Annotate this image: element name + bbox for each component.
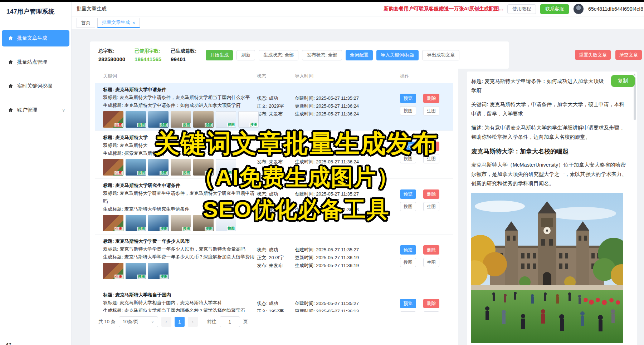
search-image-button[interactable]: 搜图 (400, 154, 416, 163)
article-rows: 标题: 麦克马斯特大学申请条件 双标题: 麦克马斯特大学申请条件，麦克马斯特大学… (90, 83, 458, 312)
article-thumbnail[interactable]: 搜图 (216, 111, 236, 128)
delete-button[interactable]: 删除 (423, 189, 439, 199)
article-row[interactable]: 标题: 麦克马斯特大学研究生申请条件 双标题: 麦克马斯特大学研究生申请条件，麦… (95, 179, 453, 235)
article-thumbnail[interactable]: 生图 (103, 159, 123, 176)
article-thumbnail[interactable]: 搜图 (171, 159, 191, 176)
preview-button[interactable]: 预览 (400, 94, 416, 103)
generate-image-button[interactable]: 生图 (423, 154, 439, 163)
article-thumbnail[interactable]: 搜图 (193, 215, 214, 231)
article-row[interactable]: 标题: 麦克马斯特大学 双标题: 麦克马斯特大 生成标题: 探索麦克马斯特大学 … (95, 131, 453, 179)
tutorial-button[interactable]: 使用教程 (507, 4, 536, 14)
user-id: 65e4811dfb644f690f4cf8 (588, 6, 643, 12)
clear-articles-button[interactable]: 清空文章 (615, 50, 642, 60)
goto-page-input[interactable] (220, 316, 240, 327)
article-thumbnail[interactable]: 搜图 (126, 111, 146, 128)
col-header-actions: 操作 (395, 73, 409, 79)
article-thumbnail[interactable]: 搜图 (193, 111, 214, 128)
article-thumbnail[interactable]: 生图 (103, 111, 123, 128)
article-row[interactable]: 标题: 麦克马斯特大学学费一年多少人民币 双标题: 麦克马斯特大学学费一年多少人… (95, 235, 453, 288)
current-page-button[interactable]: 1 (175, 317, 185, 327)
delete-button[interactable]: 删除 (423, 94, 439, 103)
tab-batch-article[interactable]: 批量文章生成 × (97, 18, 140, 28)
import-keywords-button[interactable]: 导入关键词/标题 (376, 50, 419, 60)
article-list-card: 总字数: 282580000 已使用字数: 186441565 已生成篇数: 9… (90, 41, 458, 345)
search-image-button[interactable]: 搜图 (400, 311, 416, 312)
thumb-strip: 生图搜图搜图搜图搜图搜图 (103, 159, 236, 176)
article-thumbnail[interactable]: 搜图 (216, 159, 236, 176)
article-title: 标题: 麦克马斯特大学申请条件 (103, 86, 257, 94)
table-header: 关键词 状态 导入时间 操作 (95, 69, 453, 83)
publish-status-select[interactable]: 发布状态: 全部 (302, 50, 342, 60)
article-thumbnail[interactable]: 搜图 (216, 215, 236, 231)
reset-failed-button[interactable]: 重置失败文章 (575, 50, 611, 60)
article-row[interactable]: 标题: 麦克马斯特大学相当于国内 双标题: 麦克马斯特大学相当于国内，麦克马斯特… (95, 288, 453, 312)
sidebar-item-keyword-mining[interactable]: 实时关键词挖掘 (2, 78, 69, 94)
article-generated-title: 生成标题: 麦克马斯特大学申请条件：如何成功进入加拿大顶级学府 (103, 102, 257, 109)
article-thumbnail[interactable]: 搜图 (171, 215, 191, 231)
app-title: 147用户管理系统 (0, 2, 71, 16)
delete-button[interactable]: 删除 (423, 245, 439, 255)
per-page-select[interactable]: 10条/页 ∨ (119, 316, 158, 327)
avatar[interactable] (573, 4, 584, 14)
delete-button[interactable]: 删除 (423, 299, 439, 308)
search-image-button[interactable]: 搜图 (400, 106, 416, 115)
thumbnail-badge: 搜图 (160, 275, 168, 279)
col-header-status: 状态 (257, 73, 293, 79)
promo-notice[interactable]: 新购套餐用户可联系客服赠送一万张AI原创生成配图... (384, 6, 503, 12)
generate-image-button[interactable]: 生图 (423, 106, 439, 115)
article-thumbnail[interactable]: 生图 (103, 215, 123, 231)
clipped-text: 47 (6, 342, 11, 345)
time-cell: 创建时间: 2025-05-27 11:35:27 生成时间: 2025-05-… (293, 190, 395, 234)
search-image-button[interactable]: 搜图 (400, 258, 416, 267)
thumb-strip: 生图搜图搜图搜图搜图搜图搜图 (103, 111, 259, 128)
sidebar-item-account[interactable]: 账户管理 ∨ (2, 102, 69, 118)
prev-page-button[interactable]: ‹ (161, 317, 171, 327)
sidebar: 147用户管理系统 批量文章生成 批量站点管理 实时关键词挖掘 账户管理 ∨ 4… (0, 2, 72, 345)
sidebar-item-batch-site[interactable]: 批量站点管理 (2, 54, 69, 70)
generate-status-select[interactable]: 生成状态: 全部 (259, 50, 298, 60)
preview-button[interactable]: 预览 (400, 299, 416, 308)
contact-support-button[interactable]: 联系客服 (540, 4, 569, 14)
article-thumbnail[interactable]: 搜图 (126, 159, 146, 176)
article-thumbnail[interactable]: 生图 (103, 263, 123, 279)
generate-image-button[interactable]: 生图 (423, 258, 439, 267)
thumbnail-badge: 搜图 (182, 171, 191, 175)
article-thumbnail[interactable]: 搜图 (148, 215, 169, 231)
start-generate-button[interactable]: 开始生成 (206, 50, 233, 60)
article-thumbnail[interactable]: 搜图 (148, 111, 169, 128)
search-image-button[interactable]: 搜图 (400, 202, 416, 211)
close-icon[interactable]: × (132, 20, 135, 25)
article-thumbnail[interactable]: 搜图 (238, 111, 259, 128)
export-success-button[interactable]: 导出成功文章 (422, 50, 459, 60)
next-page-button[interactable]: › (188, 317, 198, 327)
actions-cell: 预览 删除 搜图 生图 (395, 299, 453, 312)
article-subtitle: 双标题: 麦克马斯特大 (103, 142, 257, 149)
article-text-cell: 标题: 麦克马斯特大学相当于国内 双标题: 麦克马斯特大学相当于国内，麦克马斯特… (103, 291, 257, 312)
article-thumbnail[interactable]: 搜图 (171, 111, 191, 128)
preview-button[interactable]: 预览 (400, 189, 416, 199)
sidebar-item-batch-article[interactable]: 批量文章生成 (2, 30, 69, 46)
tab-label: 批量文章生成 (102, 19, 130, 26)
article-thumbnail[interactable]: 搜图 (126, 263, 146, 279)
preview-keywords: 关键词: 麦克马斯特大学，申请条件，加拿大大学，硕士申请，本科申请，留学，入学要… (471, 100, 630, 118)
sidebar-item-label: 批量站点管理 (17, 59, 65, 65)
preview-button[interactable]: 预览 (400, 245, 416, 255)
article-row[interactable]: 标题: 麦克马斯特大学申请条件 双标题: 麦克马斯特大学申请条件，麦克马斯特大学… (95, 83, 453, 131)
article-title: 标题: 麦克马斯特大学 (103, 134, 257, 142)
article-thumbnail[interactable]: 搜图 (148, 159, 169, 176)
generate-image-button[interactable]: 生图 (423, 311, 439, 312)
tab-home[interactable]: 首页 (77, 18, 95, 28)
preview-button[interactable]: 预览 (400, 142, 416, 151)
article-thumbnail[interactable]: 搜图 (126, 215, 146, 231)
generate-image-button[interactable]: 生图 (423, 202, 439, 211)
thumbnail-badge: 搜图 (160, 123, 168, 127)
thumbnail-badge: 搜图 (137, 227, 146, 231)
article-subtitle: 双标题: 麦克马斯特大学研究生申请条件，麦克马斯特大学研究生容易申请吗 (103, 189, 257, 205)
refresh-button[interactable]: 刷新 (236, 50, 255, 60)
delete-button[interactable]: 删除 (423, 142, 439, 151)
global-config-button[interactable]: 全局配置 (346, 50, 373, 60)
article-thumbnail[interactable]: 搜图 (148, 263, 169, 279)
article-thumbnail[interactable]: 搜图 (193, 159, 214, 176)
copy-button[interactable]: 复制 (611, 75, 635, 87)
panel-scrollbar[interactable]: ▲ (633, 73, 636, 345)
